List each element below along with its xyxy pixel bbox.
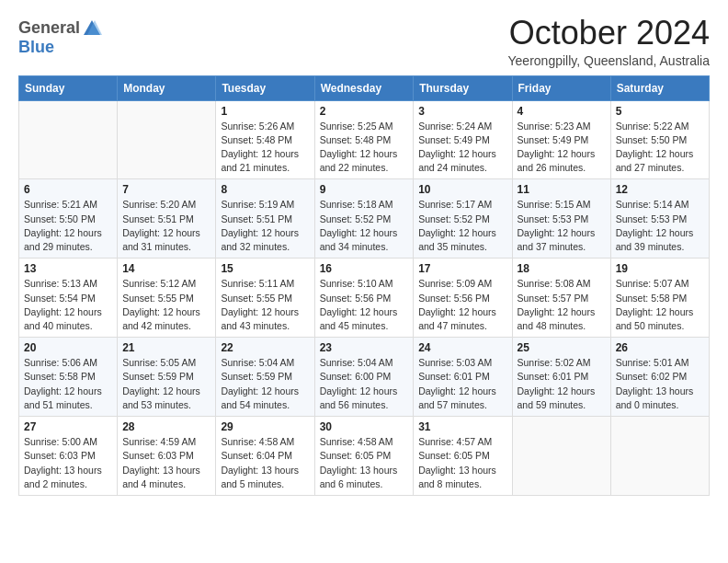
day-number: 21 bbox=[122, 341, 210, 354]
table-row: 29Sunrise: 4:58 AMSunset: 6:04 PMDayligh… bbox=[216, 417, 314, 496]
table-row: 20Sunrise: 5:06 AMSunset: 5:58 PMDayligh… bbox=[19, 338, 118, 417]
day-info: Sunrise: 5:10 AMSunset: 5:56 PMDaylight:… bbox=[320, 277, 409, 333]
day-number: 14 bbox=[122, 262, 210, 275]
day-number: 1 bbox=[221, 105, 309, 118]
day-info: Sunrise: 5:04 AMSunset: 5:59 PMDaylight:… bbox=[221, 356, 309, 412]
logo-icon bbox=[82, 18, 102, 39]
calendar-week-row: 6Sunrise: 5:21 AMSunset: 5:50 PMDaylight… bbox=[19, 179, 710, 259]
day-number: 27 bbox=[24, 420, 112, 433]
day-number: 9 bbox=[320, 183, 409, 196]
day-info: Sunrise: 5:22 AMSunset: 5:50 PMDaylight:… bbox=[616, 120, 704, 176]
table-row: 17Sunrise: 5:09 AMSunset: 5:56 PMDayligh… bbox=[414, 259, 512, 338]
table-row: 12Sunrise: 5:14 AMSunset: 5:53 PMDayligh… bbox=[610, 179, 709, 259]
table-row: 11Sunrise: 5:15 AMSunset: 5:53 PMDayligh… bbox=[512, 179, 610, 259]
table-row: 21Sunrise: 5:05 AMSunset: 5:59 PMDayligh… bbox=[118, 338, 216, 417]
table-row: 4Sunrise: 5:23 AMSunset: 5:49 PMDaylight… bbox=[512, 100, 610, 179]
day-info: Sunrise: 5:24 AMSunset: 5:49 PMDaylight:… bbox=[418, 120, 506, 176]
header: General Blue October 2024 Yeerongpilly, … bbox=[18, 15, 710, 68]
col-tuesday: Tuesday bbox=[216, 75, 314, 100]
day-info: Sunrise: 4:58 AMSunset: 6:04 PMDaylight:… bbox=[221, 435, 309, 491]
table-row: 15Sunrise: 5:11 AMSunset: 5:55 PMDayligh… bbox=[216, 259, 314, 338]
day-number: 12 bbox=[616, 183, 704, 196]
day-info: Sunrise: 5:13 AMSunset: 5:54 PMDaylight:… bbox=[24, 277, 112, 333]
table-row: 25Sunrise: 5:02 AMSunset: 6:01 PMDayligh… bbox=[512, 338, 610, 417]
day-info: Sunrise: 5:21 AMSunset: 5:50 PMDaylight:… bbox=[24, 198, 112, 254]
table-row bbox=[118, 100, 216, 179]
table-row: 3Sunrise: 5:24 AMSunset: 5:49 PMDaylight… bbox=[414, 100, 512, 179]
day-number: 8 bbox=[221, 183, 309, 196]
day-info: Sunrise: 5:05 AMSunset: 5:59 PMDaylight:… bbox=[122, 356, 210, 412]
table-row: 24Sunrise: 5:03 AMSunset: 6:01 PMDayligh… bbox=[414, 338, 512, 417]
table-row: 2Sunrise: 5:25 AMSunset: 5:48 PMDaylight… bbox=[314, 100, 414, 179]
day-info: Sunrise: 5:15 AMSunset: 5:53 PMDaylight:… bbox=[518, 198, 606, 254]
day-info: Sunrise: 5:03 AMSunset: 6:01 PMDaylight:… bbox=[418, 356, 506, 412]
day-number: 18 bbox=[518, 262, 606, 275]
day-info: Sunrise: 4:59 AMSunset: 6:03 PMDaylight:… bbox=[122, 435, 210, 491]
table-row: 9Sunrise: 5:18 AMSunset: 5:52 PMDaylight… bbox=[314, 179, 414, 259]
table-row bbox=[610, 417, 709, 496]
logo-general: General bbox=[18, 19, 80, 38]
col-monday: Monday bbox=[118, 75, 216, 100]
subtitle: Yeerongpilly, Queensland, Australia bbox=[508, 53, 710, 68]
day-info: Sunrise: 5:04 AMSunset: 6:00 PMDaylight:… bbox=[320, 356, 409, 412]
day-number: 31 bbox=[418, 420, 506, 433]
day-info: Sunrise: 5:01 AMSunset: 6:02 PMDaylight:… bbox=[616, 356, 704, 412]
day-info: Sunrise: 5:06 AMSunset: 5:58 PMDaylight:… bbox=[24, 356, 112, 412]
table-row: 18Sunrise: 5:08 AMSunset: 5:57 PMDayligh… bbox=[512, 259, 610, 338]
day-info: Sunrise: 5:09 AMSunset: 5:56 PMDaylight:… bbox=[418, 277, 506, 333]
table-row: 30Sunrise: 4:58 AMSunset: 6:05 PMDayligh… bbox=[314, 417, 414, 496]
day-number: 5 bbox=[616, 105, 704, 118]
calendar-week-row: 27Sunrise: 5:00 AMSunset: 6:03 PMDayligh… bbox=[19, 417, 710, 496]
table-row: 1Sunrise: 5:26 AMSunset: 5:48 PMDaylight… bbox=[216, 100, 314, 179]
calendar-table: Sunday Monday Tuesday Wednesday Thursday… bbox=[18, 75, 710, 496]
col-thursday: Thursday bbox=[414, 75, 512, 100]
title-block: October 2024 Yeerongpilly, Queensland, A… bbox=[508, 15, 710, 68]
day-info: Sunrise: 5:07 AMSunset: 5:58 PMDaylight:… bbox=[616, 277, 704, 333]
table-row bbox=[512, 417, 610, 496]
day-info: Sunrise: 5:08 AMSunset: 5:57 PMDaylight:… bbox=[518, 277, 606, 333]
day-number: 10 bbox=[418, 183, 506, 196]
day-info: Sunrise: 5:02 AMSunset: 6:01 PMDaylight:… bbox=[518, 356, 606, 412]
day-info: Sunrise: 5:11 AMSunset: 5:55 PMDaylight:… bbox=[221, 277, 309, 333]
day-number: 3 bbox=[418, 105, 506, 118]
day-info: Sunrise: 5:25 AMSunset: 5:48 PMDaylight:… bbox=[320, 120, 409, 176]
table-row: 7Sunrise: 5:20 AMSunset: 5:51 PMDaylight… bbox=[118, 179, 216, 259]
table-row: 6Sunrise: 5:21 AMSunset: 5:50 PMDaylight… bbox=[19, 179, 118, 259]
day-number: 2 bbox=[320, 105, 409, 118]
day-info: Sunrise: 5:26 AMSunset: 5:48 PMDaylight:… bbox=[221, 120, 309, 176]
day-number: 16 bbox=[320, 262, 409, 275]
table-row: 27Sunrise: 5:00 AMSunset: 6:03 PMDayligh… bbox=[19, 417, 118, 496]
col-wednesday: Wednesday bbox=[314, 75, 414, 100]
day-info: Sunrise: 5:00 AMSunset: 6:03 PMDaylight:… bbox=[24, 435, 112, 491]
table-row: 14Sunrise: 5:12 AMSunset: 5:55 PMDayligh… bbox=[118, 259, 216, 338]
day-info: Sunrise: 5:12 AMSunset: 5:55 PMDaylight:… bbox=[122, 277, 210, 333]
day-number: 30 bbox=[320, 420, 409, 433]
day-info: Sunrise: 5:18 AMSunset: 5:52 PMDaylight:… bbox=[320, 198, 409, 254]
table-row bbox=[19, 100, 118, 179]
day-number: 11 bbox=[518, 183, 606, 196]
col-friday: Friday bbox=[512, 75, 610, 100]
day-number: 15 bbox=[221, 262, 309, 275]
month-title: October 2024 bbox=[508, 15, 710, 52]
day-info: Sunrise: 5:23 AMSunset: 5:49 PMDaylight:… bbox=[518, 120, 606, 176]
day-number: 23 bbox=[320, 341, 409, 354]
page: General Blue October 2024 Yeerongpilly, … bbox=[0, 0, 728, 514]
day-number: 7 bbox=[122, 183, 210, 196]
day-info: Sunrise: 5:19 AMSunset: 5:51 PMDaylight:… bbox=[221, 198, 309, 254]
table-row: 22Sunrise: 5:04 AMSunset: 5:59 PMDayligh… bbox=[216, 338, 314, 417]
col-saturday: Saturday bbox=[610, 75, 709, 100]
table-row: 23Sunrise: 5:04 AMSunset: 6:00 PMDayligh… bbox=[314, 338, 414, 417]
logo-blue: Blue bbox=[18, 38, 54, 56]
table-row: 13Sunrise: 5:13 AMSunset: 5:54 PMDayligh… bbox=[19, 259, 118, 338]
day-number: 17 bbox=[418, 262, 506, 275]
day-number: 19 bbox=[616, 262, 704, 275]
day-info: Sunrise: 5:14 AMSunset: 5:53 PMDaylight:… bbox=[616, 198, 704, 254]
table-row: 5Sunrise: 5:22 AMSunset: 5:50 PMDaylight… bbox=[610, 100, 709, 179]
table-row: 8Sunrise: 5:19 AMSunset: 5:51 PMDaylight… bbox=[216, 179, 314, 259]
calendar-header-row: Sunday Monday Tuesday Wednesday Thursday… bbox=[19, 75, 710, 100]
table-row: 28Sunrise: 4:59 AMSunset: 6:03 PMDayligh… bbox=[118, 417, 216, 496]
day-number: 6 bbox=[24, 183, 112, 196]
table-row: 26Sunrise: 5:01 AMSunset: 6:02 PMDayligh… bbox=[610, 338, 709, 417]
day-number: 13 bbox=[24, 262, 112, 275]
day-number: 24 bbox=[418, 341, 506, 354]
